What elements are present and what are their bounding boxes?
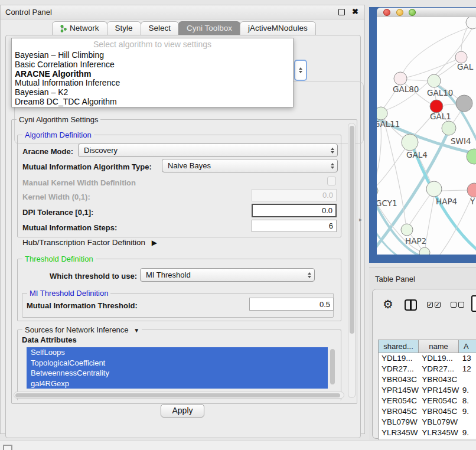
mi-threshold-label: Mutual Information Threshold: [27,301,138,310]
table-cell [459,417,476,428]
network-node-gcy1[interactable] [377,185,378,197]
table-cell: YDL19... [379,353,419,364]
top-tab-bar: Network Style Select Cyni Toolbox jActiv… [53,22,316,35]
close-icon[interactable]: ✖ [352,7,358,17]
network-node-swi4[interactable] [442,121,456,135]
algorithm-option[interactable]: Bayesian – Hill Climbing [12,51,293,60]
table-row[interactable]: YDR27...YDR27...12 [379,364,476,374]
network-node-gal80[interactable] [394,72,407,85]
tab-cyni-toolbox[interactable]: Cyni Toolbox [178,21,240,35]
network-node-gal11[interactable] [377,107,387,120]
tab-style[interactable]: Style [107,21,141,35]
network-edge[interactable] [377,120,381,187]
select-all-checkbox-icon[interactable]: ✓ [427,302,433,308]
network-node[interactable] [456,95,472,112]
network-edge[interactable] [444,104,456,105]
algorithm-option[interactable]: Dream8 DC_TDC Algorithm [12,97,293,107]
table-row[interactable]: YBR045CYBR045C9. [379,406,476,417]
column-header-partial[interactable]: A [459,340,476,353]
settings-vertical-scrollbar[interactable] [348,123,356,398]
network-edge[interactable] [461,28,467,51]
control-panel-titlebar[interactable]: Control Panel ✖ [1,5,364,19]
table-cell: YBL079W [419,417,459,428]
network-window[interactable]: GALGAL80GAL10GAL1GAL11SWI4GAL4GCY1HAP4YH… [369,7,476,263]
column-header-name[interactable]: name [419,340,459,353]
network-node-gal[interactable] [455,51,467,63]
network-node-y[interactable] [467,183,476,197]
table-row[interactable]: YLR345WYLR345W9. [379,428,476,438]
table-cell: 13 [459,353,476,364]
sources-group-title[interactable]: Sources for Network Inference ▼ [22,325,142,334]
network-edge[interactable] [377,149,405,188]
settings-horizontal-scrollbar[interactable] [14,392,344,399]
mi-type-label: Mutual Information Algorithm Type: [22,162,152,171]
new-table-icon[interactable] [471,295,476,312]
network-window-titlebar[interactable] [377,8,476,18]
network-edge[interactable] [436,63,456,77]
attribute-item[interactable]: TopologicalCoefficient [27,358,328,369]
control-panel-window: Control Panel ✖ Network Style Select Cyn… [0,5,365,434]
network-node[interactable] [466,17,476,29]
data-attributes-list[interactable]: SelfLoopsTopologicalCoefficientBetweenne… [27,347,328,389]
network-edge[interactable] [425,197,434,247]
apply-button[interactable]: Apply [161,404,204,418]
tab-select[interactable]: Select [141,21,180,35]
hub-definition-toggle[interactable]: Hub/Transcription Factor Definition ▶ [22,238,157,247]
attribute-item[interactable]: gal4RGexp [27,379,328,389]
algorithm-option[interactable]: ARACNE Algorithm [12,70,293,79]
network-node-gal10[interactable] [428,74,441,87]
dock-button-partial[interactable] [3,445,12,450]
table-cell: YBR045C [379,406,419,417]
network-edge[interactable] [442,190,468,191]
threshold-definition-title: Threshold Definition [22,255,96,263]
attribute-item[interactable]: SelfLoops [27,347,328,358]
mi-steps-label: Mutual Information Steps: [22,223,117,232]
network-node-hap4[interactable] [426,181,442,197]
data-attributes-label: Data Attributes [22,335,77,344]
tab-jactivemnodules[interactable]: jActiveMNodules [240,21,316,35]
network-edge[interactable] [407,80,428,81]
table-cell: 12 [459,364,476,374]
algorithm-option[interactable]: Basic Correlation Inference [12,60,293,70]
attributes-scrollbar[interactable] [330,348,335,388]
tab-network[interactable]: Network [52,21,107,35]
manual-kernel-checkbox[interactable] [327,177,336,185]
network-node-gal4[interactable] [402,134,418,151]
attribute-item[interactable]: BetweennessCentrality [27,368,328,379]
zoom-traffic-light[interactable] [409,9,416,16]
mi-steps-field[interactable]: 6 [252,220,337,232]
deselect-checkbox-icon2[interactable] [458,302,464,308]
mi-type-select[interactable]: Naive Bayes [162,159,338,172]
network-node-gal1[interactable] [430,100,443,113]
table-row[interactable]: YBR043CYBR043C [379,374,476,385]
table-cell: YDR27... [419,364,459,374]
network-node-label: GCY1 [377,198,397,208]
which-threshold-select[interactable]: MI Threshold [140,268,315,282]
columns-icon[interactable] [405,299,417,311]
close-traffic-light[interactable] [383,9,390,16]
dpi-tolerance-field[interactable]: 0.0 [252,204,337,217]
network-edge[interactable] [409,195,430,225]
deselect-checkbox-icon[interactable] [451,302,457,308]
algorithm-option[interactable]: Mutual Information Inference [12,79,293,88]
table-row[interactable]: YDL19...YDL19...13 [379,353,476,364]
column-header-shared-name[interactable]: shared... [379,340,419,353]
float-window-icon[interactable] [338,9,345,15]
splitpane-collapse-icon[interactable]: ▸ [359,216,362,223]
algorithm-definition-title: Algorithm Definition [22,131,94,139]
inference-algorithm-stepper-fragment[interactable] [294,60,307,81]
aracne-mode-select[interactable]: Discovery [78,144,338,157]
network-canvas[interactable]: GALGAL80GAL10GAL1GAL11SWI4GAL4GCY1HAP4YH… [377,17,476,255]
tab-network-label: Network [70,22,99,35]
gear-icon[interactable]: ⚙ [383,298,393,310]
select-all-checkbox-icon2[interactable]: ✓ [435,302,441,308]
table-row[interactable]: YPR145WYPR145W9. [379,385,476,396]
expand-right-icon: ▶ [152,239,157,247]
minimize-traffic-light[interactable] [396,9,403,16]
table-row[interactable]: YBL079WYBL079W [379,417,476,428]
algorithm-option[interactable]: Bayesian – K2 [12,88,293,97]
network-node-hap2[interactable] [401,224,413,236]
table-row[interactable]: YER054CYER054C8. [379,396,476,406]
mi-threshold-field[interactable]: 0.5 [249,298,334,311]
network-node-label: GAL11 [377,119,400,129]
